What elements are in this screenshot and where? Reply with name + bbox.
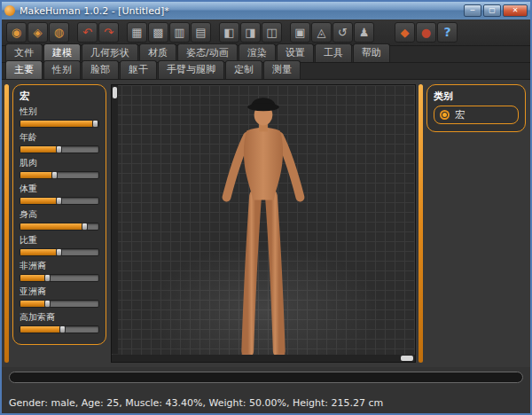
gender-slider[interactable] <box>20 120 99 128</box>
right-panel: 类别 宏 <box>424 82 528 364</box>
gender-slider-handle[interactable] <box>92 120 98 128</box>
age-slider-handle[interactable] <box>56 145 62 153</box>
height-slider-handle[interactable] <box>82 223 88 231</box>
subtab-gender[interactable]: 性别 <box>43 60 81 79</box>
caucasian-slider-handle[interactable] <box>59 325 66 333</box>
weight-slider-fill <box>20 198 59 204</box>
makehuman-window: MakeHuman 1.0.2 - [Untitled]* ─ ▢ ✕ ◉ ◈ … <box>0 0 532 415</box>
symmetry-right-icon[interactable]: ◨ <box>240 22 261 43</box>
symmetry-both-icon[interactable]: ◫ <box>262 22 282 43</box>
grid-icon[interactable]: ▣ <box>290 22 310 43</box>
window-title: MakeHuman 1.0.2 - [Untitled]* <box>20 5 462 17</box>
content-area: 宏 性别 年龄 肌肉 <box>2 80 530 367</box>
african-slider-fill <box>20 275 46 281</box>
perspective-icon[interactable]: ◬ <box>311 22 332 43</box>
macro-slider-age: 年龄 <box>20 131 99 153</box>
wireframe-icon[interactable]: ▥ <box>169 22 190 43</box>
save-icon[interactable]: ◍ <box>49 22 69 43</box>
main-toolbar: ◉ ◈ ◍ ↶ ↷ ▦ ▩ ▥ ▤ ◧ ◨ ◫ ▣ ◬ ↺ ♟ ◆ ● ? <box>2 20 530 46</box>
new-icon[interactable]: ◉ <box>6 22 27 43</box>
3d-viewport[interactable] <box>111 84 416 363</box>
tab-pose-animate[interactable]: 姿态/动画 <box>177 43 238 62</box>
bug-report-icon[interactable]: ● <box>416 22 436 43</box>
viewport-vertical-slider[interactable] <box>112 85 118 354</box>
title-bar[interactable]: MakeHuman 1.0.2 - [Untitled]* ─ ▢ ✕ <box>2 2 530 20</box>
macro-slider-gender: 性别 <box>20 106 99 128</box>
help-icon[interactable]: ? <box>437 22 458 43</box>
macro-slider-african: 非洲裔 <box>20 260 99 282</box>
macro-slider-height: 身高 <box>20 208 99 231</box>
tab-modelling[interactable]: 建模 <box>43 43 81 62</box>
macro-group-title: 宏 <box>20 90 99 103</box>
subtab-custom[interactable]: 定制 <box>225 60 262 79</box>
height-slider-label: 身高 <box>20 208 99 221</box>
flat-shading-icon[interactable]: ▩ <box>148 22 168 43</box>
symmetry-group: ◧ ◨ ◫ <box>219 22 283 43</box>
symmetry-left-icon[interactable]: ◧ <box>219 22 239 43</box>
viewport-horizontal-slider-handle[interactable] <box>401 356 413 361</box>
left-panel: 宏 性别 年龄 肌肉 <box>10 82 109 364</box>
category-groupbox: 类别 宏 <box>426 84 526 132</box>
viewport-horizontal-slider[interactable] <box>112 355 415 362</box>
age-slider[interactable] <box>20 145 99 153</box>
african-slider-handle[interactable] <box>44 274 51 282</box>
macro-groupbox: 宏 性别 年龄 肌肉 <box>12 84 106 345</box>
radio-selected-icon[interactable] <box>440 110 450 120</box>
undo-icon[interactable]: ↶ <box>77 22 98 43</box>
subtab-measure[interactable]: 测量 <box>263 60 301 79</box>
tab-help[interactable]: 帮助 <box>353 43 390 62</box>
file-group: ◉ ◈ ◍ <box>6 22 70 43</box>
asian-slider-fill <box>20 301 46 307</box>
asian-slider-handle[interactable] <box>44 300 51 308</box>
proportion-slider[interactable] <box>20 248 99 256</box>
subtab-face[interactable]: 脸部 <box>82 60 119 79</box>
reset-camera-icon[interactable]: ↺ <box>332 22 353 43</box>
tab-geometries[interactable]: 几何形状 <box>82 43 138 62</box>
category-group-title: 类别 <box>434 90 519 103</box>
pose-view-icon[interactable]: ♟ <box>354 22 374 43</box>
tab-materials[interactable]: 材质 <box>139 43 176 62</box>
muscle-slider-fill <box>20 172 54 178</box>
human-model[interactable] <box>197 89 330 363</box>
category-option-macro[interactable]: 宏 <box>434 106 519 124</box>
tab-rendering[interactable]: 渲染 <box>239 43 276 62</box>
progress-bar <box>9 372 523 383</box>
maximize-button[interactable]: ▢ <box>483 4 501 17</box>
muscle-slider[interactable] <box>20 171 99 179</box>
age-slider-label: 年龄 <box>20 131 99 144</box>
subtab-main[interactable]: 主要 <box>5 60 43 79</box>
shading-group: ▦ ▩ ▥ ▤ <box>127 22 212 43</box>
proportion-slider-fill <box>20 249 59 255</box>
height-slider[interactable] <box>20 223 99 231</box>
viewport-vertical-slider-handle[interactable] <box>113 87 117 98</box>
close-button[interactable]: ✕ <box>503 4 528 17</box>
left-panel-handle[interactable] <box>4 84 9 363</box>
gender-slider-fill <box>20 121 98 127</box>
website-icon[interactable]: ◆ <box>395 22 415 43</box>
caucasian-slider[interactable] <box>20 325 99 333</box>
sub-tab-bar: 主要 性别 脸部 躯干 手臂与腿脚 定制 测量 <box>2 63 530 80</box>
asian-slider[interactable] <box>20 300 99 308</box>
proportion-slider-handle[interactable] <box>56 248 62 256</box>
app-logo-icon <box>4 5 15 16</box>
right-panel-handle[interactable] <box>419 84 423 363</box>
tab-file[interactable]: 文件 <box>5 43 43 62</box>
minimize-button[interactable]: ─ <box>464 4 481 17</box>
gender-slider-label: 性别 <box>20 106 99 118</box>
smooth-shading-icon[interactable]: ▦ <box>127 22 147 43</box>
macro-slider-caucasian: 高加索裔 <box>20 311 99 333</box>
tab-settings[interactable]: 设置 <box>277 43 314 62</box>
subdivide-icon[interactable]: ▤ <box>191 22 211 43</box>
weight-slider-handle[interactable] <box>56 197 62 205</box>
subtab-arms-legs[interactable]: 手臂与腿脚 <box>158 60 224 79</box>
view-group: ▣ ◬ ↺ ♟ <box>290 22 375 43</box>
redo-icon[interactable]: ↷ <box>98 22 119 43</box>
load-icon[interactable]: ◈ <box>27 22 48 43</box>
subtab-torso[interactable]: 躯干 <box>120 60 157 79</box>
macro-slider-muscle: 肌肉 <box>20 157 99 179</box>
status-text: Gender: male, Age: 25, Muscle: 43.40%, W… <box>9 395 523 411</box>
tab-utilities[interactable]: 工具 <box>315 43 352 62</box>
muscle-slider-handle[interactable] <box>51 171 58 179</box>
weight-slider[interactable] <box>20 197 99 205</box>
african-slider[interactable] <box>20 274 99 282</box>
